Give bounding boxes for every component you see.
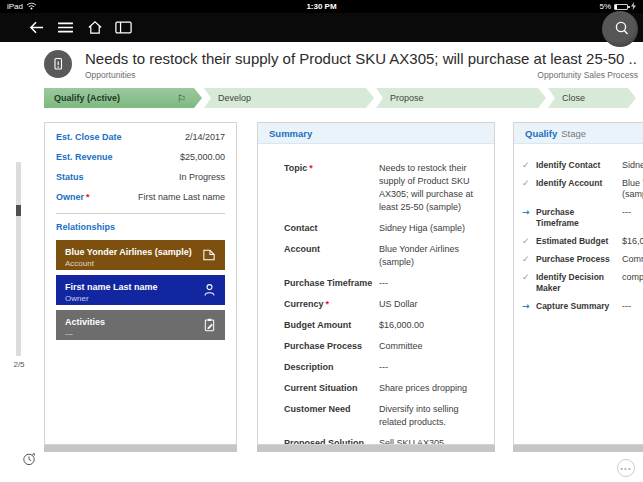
process-stage[interactable]: Close ⚐ — [548, 88, 636, 108]
active-stage-flag-icon: ⚐ — [177, 93, 186, 104]
field-value[interactable]: Blue Yonder Airlines (sample) — [379, 243, 478, 269]
step-value: --- — [622, 301, 643, 312]
opportunity-entity-icon — [44, 50, 72, 78]
more-commands-button[interactable]: ••• — [617, 459, 635, 477]
field-value[interactable]: First name Last name — [138, 192, 225, 203]
process-stage[interactable]: Qualify (Active) ⚐ — [44, 88, 202, 108]
clipboard-icon — [203, 318, 216, 332]
stage-panel-subtitle: Stage — [561, 128, 586, 139]
search-button[interactable] — [602, 11, 638, 47]
summary-field-row: Current Situation Share prices dropping — [284, 382, 478, 395]
field-value[interactable]: --- — [379, 361, 478, 374]
step-label: Identify Account — [536, 178, 622, 200]
summary-field-row: Budget Amount $16,000.00 — [284, 319, 478, 332]
field-value[interactable]: In Progress — [179, 172, 225, 183]
stage-steps-panel: Qualify Stage ✓ Identify Contact Sidney … — [513, 122, 643, 445]
form-scrollbar-thumb[interactable] — [16, 205, 21, 216]
field-label: Description — [284, 361, 379, 374]
summary-field-row: Purchase Process Committee — [284, 340, 478, 353]
step-value: Blue Yonder Airlines (sample) — [622, 178, 643, 200]
panel-scrollbar[interactable] — [513, 445, 643, 452]
field-label: Topic* — [284, 162, 379, 214]
field-value[interactable]: Diversify into selling related products. — [379, 403, 478, 429]
process-stage-label: Close — [562, 93, 585, 103]
stage-step-row[interactable]: ✓ Identify Account Blue Yonder Airlines … — [522, 178, 643, 200]
field-label: Owner* — [56, 192, 90, 203]
process-name-label: Opportunity Sales Process — [537, 70, 638, 80]
recent-items-icon[interactable] — [22, 452, 36, 470]
field-label: Purchase Timeframe — [284, 277, 379, 290]
battery-icon — [614, 4, 628, 10]
step-value: $16,000.00 — [622, 236, 643, 247]
summary-field-row: Topic* Needs to restock their supply of … — [284, 162, 478, 214]
record-header: Needs to restock their supply of Product… — [0, 42, 643, 87]
business-process-bar: Qualify (Active) ⚐ Develop ⚐ Propose ⚐ C… — [44, 88, 638, 108]
summary-field-row: Purchase Timeframe --- — [284, 277, 478, 290]
process-stage[interactable]: Develop ⚐ — [204, 88, 374, 108]
step-complete-check-icon: ✓ — [522, 236, 536, 247]
step-complete-check-icon: ✓ — [522, 254, 536, 265]
stage-step-row[interactable]: ✓ Identify Decision Maker completed — [522, 272, 643, 294]
relationship-tile[interactable]: Blue Yonder Airlines (sample) Account — [56, 240, 225, 270]
home-icon[interactable] — [86, 19, 103, 36]
stage-step-row[interactable]: ✓ Estimated Budget $16,000.00 — [522, 236, 643, 247]
summary-field-row: Customer Need Diversify into selling rel… — [284, 403, 478, 429]
step-value: Sidney Higa (sample) — [622, 160, 643, 171]
step-label: Capture Summary — [536, 301, 622, 312]
process-stage-label: Propose — [390, 93, 424, 103]
field-value[interactable]: Sidney Higa (sample) — [379, 222, 478, 235]
field-label: Est. Revenue — [56, 152, 113, 163]
summary-field-row: Currency* US Dollar — [284, 298, 478, 311]
summary-panel: Summary Topic* Needs to restock their su… — [257, 122, 495, 445]
field-label: Proposed Solution — [284, 437, 379, 445]
field-label: Customer Need — [284, 403, 379, 429]
field-value[interactable]: Sell SKU AX305. — [379, 437, 478, 445]
step-label: Purchase Timeframe — [536, 207, 622, 229]
step-label: Estimated Budget — [536, 236, 622, 247]
record-field-row: Status In Progress — [56, 172, 225, 183]
field-value[interactable]: --- — [379, 277, 478, 290]
page-title: Needs to restock their supply of Product… — [85, 50, 638, 67]
stage-step-row[interactable]: → Purchase Timeframe --- — [522, 207, 643, 229]
stage-step-row[interactable]: ✓ Identify Contact Sidney Higa (sample) — [522, 160, 643, 171]
ios-status-bar: iPad 1:30 PM 5% — [0, 0, 643, 13]
relationship-tile[interactable]: Activities --- — [56, 310, 225, 340]
panel-scrollbar[interactable] — [257, 445, 495, 452]
record-field-row: Est. Revenue $25,000.00 — [56, 152, 225, 163]
step-complete-check-icon: ✓ — [522, 178, 536, 200]
field-value[interactable]: Share prices dropping — [379, 382, 478, 395]
field-label: Est. Close Date — [56, 132, 122, 143]
field-value[interactable]: $25,000.00 — [180, 152, 225, 163]
process-stage-label: Qualify (Active) — [54, 93, 120, 103]
field-value[interactable]: $16,000.00 — [379, 319, 478, 332]
step-value: --- — [622, 207, 643, 229]
menu-icon[interactable] — [57, 19, 74, 36]
field-label: Budget Amount — [284, 319, 379, 332]
record-field-row: Owner* First name Last name — [56, 192, 225, 203]
field-value[interactable]: Needs to restock their supply of Product… — [379, 162, 478, 214]
record-field-row: Est. Close Date 2/14/2017 — [56, 132, 225, 143]
back-icon[interactable] — [28, 19, 45, 36]
stage-step-row[interactable]: ✓ Purchase Process Committee — [522, 254, 643, 265]
field-value[interactable]: US Dollar — [379, 298, 478, 311]
step-pending-arrow-icon: → — [522, 207, 536, 229]
relationship-tile[interactable]: First name Last name Owner — [56, 275, 225, 305]
search-icon — [610, 19, 630, 39]
step-pending-arrow-icon: → — [522, 301, 536, 312]
panels-icon[interactable] — [115, 19, 132, 36]
tile-subtitle: --- — [65, 329, 105, 339]
step-label: Identify Contact — [536, 160, 622, 171]
field-value[interactable]: Committee — [379, 340, 478, 353]
step-complete-check-icon: ✓ — [522, 160, 536, 171]
process-stage[interactable]: Propose ⚐ — [376, 88, 546, 108]
tile-subtitle: Account — [65, 259, 192, 269]
panel-scrollbar[interactable] — [44, 445, 237, 452]
field-value[interactable]: 2/14/2017 — [185, 132, 225, 143]
divider — [56, 213, 225, 214]
tile-title: Blue Yonder Airlines (sample) — [65, 247, 192, 257]
summary-field-row: Proposed Solution Sell SKU AX305. — [284, 437, 478, 445]
stage-step-row[interactable]: → Capture Summary --- — [522, 301, 643, 312]
account-icon — [202, 248, 216, 262]
form-scrollbar-track[interactable] — [16, 162, 21, 356]
field-label: Current Situation — [284, 382, 379, 395]
